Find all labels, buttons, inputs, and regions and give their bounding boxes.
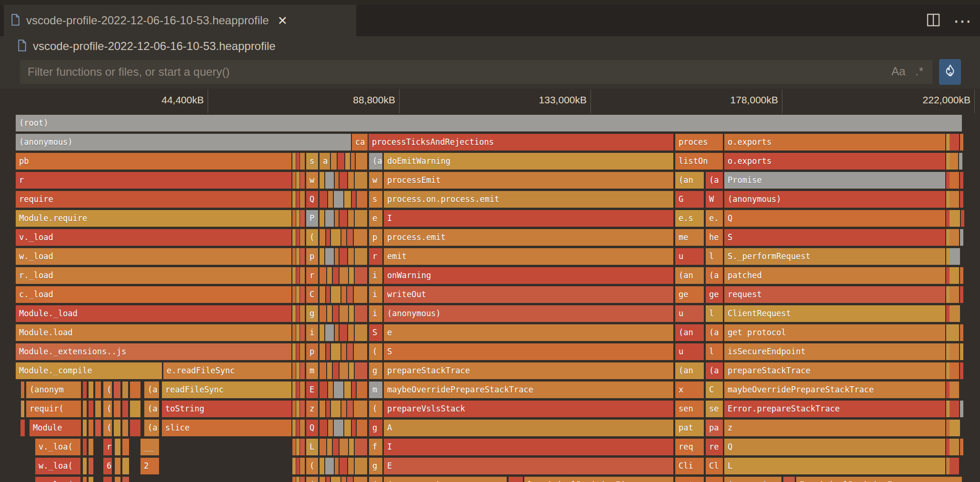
flame-cell-sliver[interactable] (300, 362, 305, 379)
flame-cell-sliver[interactable] (296, 362, 300, 379)
flame-cell[interactable]: ge (706, 286, 723, 303)
flame-cell[interactable]: s (306, 153, 318, 170)
flame-cell[interactable]: r._load (16, 267, 291, 284)
flame-cell-sliver[interactable] (326, 401, 330, 417)
flame-cell-sliver[interactable] (338, 153, 344, 170)
flame-cell[interactable]: process.on.process.emit (384, 191, 673, 208)
flame-cell[interactable]: c. (509, 477, 523, 482)
flame-cell[interactable]: (a (706, 172, 723, 189)
flame-cell-sliver[interactable] (354, 229, 367, 246)
flame-cell-sliver[interactable] (300, 191, 305, 208)
flame-cell-sliver[interactable] (320, 401, 325, 417)
flame-cell-sliver[interactable] (292, 458, 296, 474)
flame-cell-sliver[interactable] (292, 382, 296, 398)
flame-cell[interactable]: Error.prepareStackTrace (724, 401, 945, 417)
flame-cell-sliver[interactable] (296, 267, 300, 284)
flame-cell-sliver[interactable] (357, 420, 367, 436)
flame-cell[interactable]: x (675, 382, 704, 398)
flame-cell-sliver[interactable] (333, 267, 339, 284)
flame-cell[interactable]: isSecureEndpoint (724, 343, 945, 360)
flame-cell-sliver[interactable] (327, 305, 332, 322)
flame-cell-sliver[interactable] (292, 305, 296, 322)
flame-cell[interactable]: c._load (16, 286, 291, 303)
flame-cell[interactable]: se (706, 401, 723, 417)
flame-cell[interactable]: e. (706, 210, 723, 227)
flame-cell-sliver[interactable] (300, 286, 305, 303)
flame-cell-sliver[interactable] (357, 191, 367, 208)
flame-cell-sliver[interactable] (950, 458, 959, 474)
flame-cell[interactable]: f (369, 439, 382, 455)
tab-heapprofile[interactable]: vscode-profile-2022-12-06-16-10-53.heapp… (4, 5, 356, 36)
flame-cell-sliver[interactable] (340, 458, 347, 474)
flame-cell[interactable]: prepareStackTrace (384, 362, 673, 379)
filter-input[interactable] (20, 60, 932, 84)
flame-cell[interactable]: e.readFileSync (163, 362, 291, 379)
close-tab-icon[interactable]: ✕ (278, 14, 288, 28)
flame-cell[interactable]: p (369, 229, 382, 246)
flame-cell[interactable]: w (306, 172, 318, 189)
flame-cell-sliver[interactable] (946, 267, 950, 284)
flame-cell-sliver[interactable] (300, 401, 305, 417)
flame-cell-sliver[interactable] (300, 343, 305, 360)
flame-cell[interactable]: toString (162, 401, 291, 417)
flame-cell[interactable]: L (724, 458, 945, 474)
flame-cell-sliver[interactable] (950, 401, 959, 417)
flame-cell-sliver[interactable] (335, 210, 339, 227)
flame-cell[interactable]: E.originalPositionFo (796, 477, 962, 482)
flame-cell-sliver[interactable] (292, 153, 296, 170)
flame-cell[interactable]: request (724, 286, 945, 303)
flame-cell-sliver[interactable] (296, 401, 300, 417)
flame-cell-sliver[interactable] (961, 210, 964, 227)
flame-cell-sliver[interactable] (300, 477, 305, 482)
flame-graph-toggle-button[interactable] (939, 59, 961, 85)
flame-cell-sliver[interactable] (950, 382, 959, 398)
flame-cell[interactable]: G (675, 191, 704, 208)
flame-cell-sliver[interactable] (335, 324, 339, 341)
flame-cell-sliver[interactable] (130, 382, 140, 398)
flame-cell[interactable]: e (369, 210, 382, 227)
flame-cell-sliver[interactable] (320, 248, 324, 265)
flame-cell[interactable]: (an (675, 362, 704, 379)
flame-cell-sliver[interactable] (325, 324, 334, 341)
flame-cell[interactable]: i (369, 286, 382, 303)
split-editor-icon[interactable] (926, 12, 941, 30)
flame-cell[interactable]: w._loa( (35, 458, 80, 474)
flame-cell-sliver[interactable] (950, 439, 959, 455)
flame-cell-sliver[interactable] (348, 248, 354, 265)
flame-cell[interactable]: E (306, 382, 318, 398)
flame-cell[interactable]: r (103, 439, 112, 455)
flame-cell[interactable]: (root) (16, 115, 962, 131)
flame-cell-sliver[interactable] (300, 248, 305, 265)
flame-cell[interactable]: i (306, 324, 318, 341)
flame-cell-sliver[interactable] (292, 229, 296, 246)
flame-cell[interactable]: v._load (16, 229, 291, 246)
flame-cell-sliver[interactable] (334, 191, 343, 208)
flame-cell[interactable]: Promise (724, 172, 945, 189)
flame-cell-sliver[interactable] (300, 458, 305, 474)
flame-cell-sliver[interactable] (95, 401, 101, 417)
flame-cell-sliver[interactable] (354, 343, 367, 360)
flame-cell-sliver[interactable] (335, 248, 339, 265)
flame-cell[interactable]: (an (675, 267, 704, 284)
flame-cell[interactable]: pat (675, 420, 704, 436)
flame-cell-sliver[interactable] (114, 420, 120, 436)
flame-cell-sliver[interactable] (335, 458, 339, 474)
flame-cell[interactable]: proces (675, 134, 723, 151)
flame-chart[interactable]: 44,400kB88,800kB133,000kB178,000kB222,00… (0, 89, 980, 482)
flame-cell-sliver[interactable] (292, 210, 296, 227)
flame-cell[interactable]: Cl (706, 458, 723, 474)
flame-cell-sliver[interactable] (355, 439, 367, 455)
flame-cell-sliver[interactable] (21, 401, 24, 417)
flame-cell-sliver[interactable] (959, 153, 962, 170)
flame-cell-sliver[interactable] (340, 248, 347, 265)
flame-cell-sliver[interactable] (946, 362, 950, 379)
flame-cell-sliver[interactable] (348, 210, 354, 227)
flame-cell-sliver[interactable] (320, 362, 326, 379)
flame-cell-sliver[interactable] (950, 267, 959, 284)
flame-cell-sliver[interactable] (355, 267, 367, 284)
flame-cell-sliver[interactable] (296, 153, 300, 170)
flame-cell[interactable]: (an (675, 172, 704, 189)
flame-cell[interactable]: i (369, 267, 382, 284)
flame-cell-sliver[interactable] (960, 229, 963, 246)
flame-cell[interactable]: g (369, 458, 382, 474)
